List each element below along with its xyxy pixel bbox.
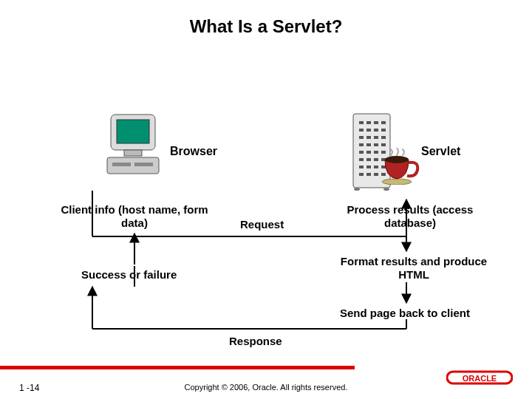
svg-rect-36 xyxy=(366,173,371,176)
svg-rect-16 xyxy=(366,136,371,139)
svg-rect-7 xyxy=(359,121,364,124)
svg-rect-25 xyxy=(374,151,378,154)
svg-rect-33 xyxy=(374,166,378,168)
svg-rect-23 xyxy=(359,151,364,154)
svg-rect-14 xyxy=(381,129,386,132)
svg-rect-9 xyxy=(374,121,378,124)
svg-text:ORACLE: ORACLE xyxy=(463,374,497,383)
svg-point-42 xyxy=(385,156,409,163)
svg-rect-12 xyxy=(366,129,371,132)
svg-rect-8 xyxy=(366,121,371,124)
slide-title: What Is a Servlet? xyxy=(0,16,532,37)
svg-rect-20 xyxy=(366,143,371,146)
svg-rect-11 xyxy=(359,129,364,132)
svg-rect-21 xyxy=(374,143,378,146)
svg-rect-28 xyxy=(366,158,371,161)
label-client-info: Client info (host name, form data) xyxy=(61,203,208,230)
svg-rect-32 xyxy=(366,166,371,168)
svg-rect-27 xyxy=(359,158,364,161)
svg-rect-17 xyxy=(374,136,378,139)
svg-rect-1 xyxy=(117,120,149,143)
svg-rect-18 xyxy=(381,136,386,139)
monitor-computer-icon xyxy=(103,111,163,181)
svg-rect-35 xyxy=(359,173,364,176)
label-success-failure: Success or failure xyxy=(81,268,177,281)
label-response: Response xyxy=(229,335,282,347)
svg-rect-19 xyxy=(359,143,364,146)
svg-rect-29 xyxy=(374,158,378,161)
svg-point-39 xyxy=(354,188,360,191)
svg-rect-13 xyxy=(374,129,378,132)
java-coffee-icon xyxy=(381,148,421,185)
oracle-logo-icon: ORACLE xyxy=(446,369,513,386)
svg-rect-4 xyxy=(112,163,131,166)
footer-accent-bar xyxy=(0,366,355,369)
svg-point-41 xyxy=(382,179,412,185)
svg-rect-22 xyxy=(381,143,386,146)
svg-rect-5 xyxy=(134,163,153,166)
svg-rect-15 xyxy=(359,136,364,139)
svg-rect-10 xyxy=(381,121,386,124)
label-format-results: Format results and produce HTML xyxy=(329,255,499,282)
label-servlet: Servlet xyxy=(421,145,460,158)
svg-rect-37 xyxy=(374,173,378,176)
svg-rect-24 xyxy=(366,151,371,154)
label-request: Request xyxy=(240,218,284,231)
svg-rect-2 xyxy=(124,150,142,156)
label-send-page: Send page back to client xyxy=(340,307,470,319)
label-browser: Browser xyxy=(170,145,217,158)
svg-rect-31 xyxy=(359,166,364,168)
svg-point-40 xyxy=(383,188,389,191)
label-process-results: Process results (access database) xyxy=(340,203,480,230)
